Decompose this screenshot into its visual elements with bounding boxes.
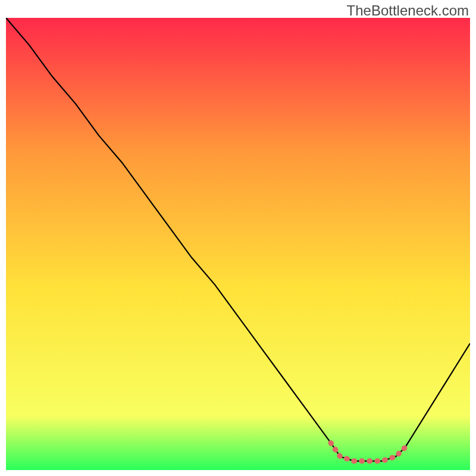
watermark-text: TheBottleneck.com [347, 2, 469, 19]
gradient-background [6, 18, 470, 470]
chart-svg [6, 18, 470, 470]
chart-container: TheBottleneck.com [0, 0, 476, 476]
chart-plot [6, 18, 470, 470]
